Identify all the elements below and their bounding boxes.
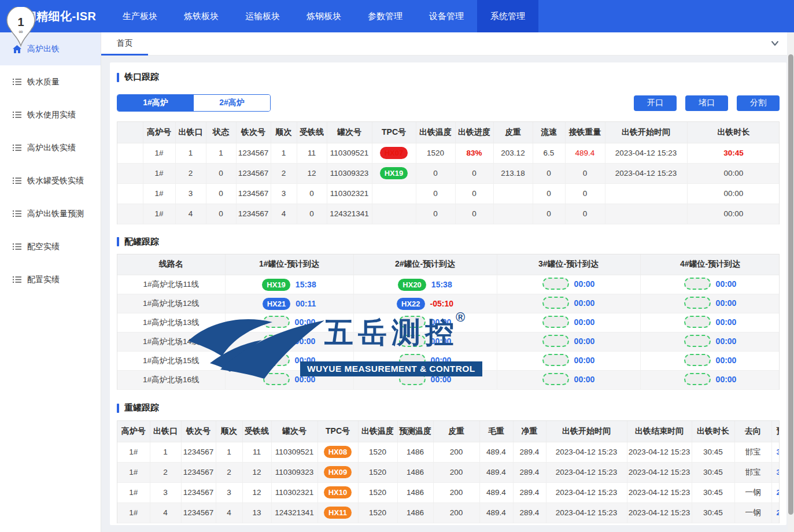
nav-item-3[interactable]: 炼钢板块 [293,0,354,32]
table-cell: 1234567 [181,442,216,462]
section-title-taphole: 铁口跟踪 [117,62,780,83]
table-cell: 489.4 [479,442,513,462]
table-row[interactable]: 1#21234567212110309323HX0915201486200489… [117,462,780,482]
table-cell: 1234567 [181,503,216,523]
tab-home[interactable]: 首页 [101,32,148,56]
nav-item-4[interactable]: 参数管理 [354,0,416,32]
ladle-slot-cell: 00:00 [640,313,780,332]
table-row[interactable]: 1#高炉北场13线00:0000:0000:0000:00 [117,313,780,332]
eta-time: 15:38 [296,280,316,289]
nav-item-6[interactable]: 系统管理 [477,0,538,32]
list-icon [13,111,21,119]
table-cell: 1 [150,442,181,462]
column-header: 罐次号 [327,122,372,143]
list-icon [13,144,21,152]
table-row[interactable]: 1#40123456740124321341000000:00 [117,204,780,224]
column-header: 毛重 [479,421,513,442]
ladle-slot-cell: 00:00 [225,332,353,352]
table-cell [117,163,143,183]
sidebar-item-7[interactable]: 配置实绩 [0,263,101,296]
column-header: 出铁结束时间 [627,421,692,442]
table-row[interactable]: 1#201234567212110309323HX1900213.1800202… [117,163,780,183]
ladle-slot-cell: 00:00 [640,332,780,352]
furnace-tab-0[interactable]: 1#高炉 [117,95,194,111]
table-cell: 2023-04-12 15:23 [605,143,687,163]
eta-time: 00:00 [574,298,595,308]
column-header: 出铁温度 [358,421,397,442]
table-cell: 0 [565,163,605,183]
table-row[interactable]: 1#30123456730110302321000000:00 [117,183,780,204]
sidebar-item-2[interactable]: 铁水使用实绩 [0,98,101,131]
table-row[interactable]: 1#高炉北场15线00:0000:0000:0000:00 [117,352,780,371]
ladle-slot-cell: 00:00 [640,352,780,371]
ladle-slot: 00:00 [542,335,595,347]
table-cell: 1234567 [236,183,271,204]
column-header: 状态 [206,122,236,143]
nav-item-2[interactable]: 运输板块 [232,0,293,32]
chevron-down-icon[interactable] [770,38,780,51]
table-cell: 邯宝 [734,462,771,482]
nav-item-0[interactable]: 生产板块 [109,0,171,32]
ladle-slot: 00:00 [542,373,595,385]
column-header: 流速 [533,122,565,143]
empty-ladle-pill [263,316,290,328]
tpc-badge: HX08 [324,446,352,458]
table-cell: 110302321 [271,482,317,503]
table-cell: 2 [175,163,206,183]
table-cell: 1 [216,442,242,462]
ladle-slot-cell: HX22-05:10 [353,294,497,313]
line-name-cell: 1#高炉北场16线 [117,371,225,390]
table-cell: 110309521 [327,143,372,163]
table-cell [117,183,143,204]
table-row[interactable]: 1#高炉北场11线HX1915:38HX2015:3800:0000:00 [117,275,780,294]
header-row: 高炉号出铁口铁次号顺次受铁线罐次号TPC号出铁温度预测温度皮重毛重净重出铁开始时… [117,421,780,442]
tpc-badge: HX07 [380,147,408,159]
table-cell: 1486 [397,503,433,523]
screen: 铁钢精细化-ISR 生产板块炼铁板块运输板块炼钢板块参数管理设备管理系统管理 高… [0,0,794,532]
content-area: 铁口跟踪 1#高炉2#高炉 开口堵口分割 高炉号出铁口状态铁次号顺次受铁线罐次号… [101,56,788,532]
sidebar-item-3[interactable]: 高炉出铁实绩 [0,131,101,164]
action-button-0[interactable]: 开口 [634,95,677,111]
table-cell: 30 [771,442,780,462]
table-cell: 489.4 [565,143,605,163]
section-title-ladle: 配罐跟踪 [117,237,780,247]
table-cell: HX10 [317,482,358,503]
ladle-slot-cell: 00:00 [225,371,353,390]
line-name-cell: 1#高炉北场13线 [117,313,225,332]
sidebar-item-1[interactable]: 铁水质量 [0,65,101,98]
ladle-slot: 00:00 [684,278,737,290]
list-icon [13,210,21,217]
action-button-1[interactable]: 堵口 [685,95,728,111]
table-row[interactable]: 1#高炉北场12线HX2100:11HX22-05:1000:0000:00 [117,294,780,313]
scrollbar-thumb[interactable] [788,54,793,515]
ladle-slot: 00:00 [399,335,452,347]
column-header: 出铁温度 [416,122,455,143]
table-row[interactable]: 1#11234567111110309521HX0815201486200489… [117,442,780,462]
action-button-2[interactable]: 分割 [737,95,780,111]
nav-item-5[interactable]: 设备管理 [416,0,477,32]
table-cell: 13 [242,503,271,523]
column-header: 预计 [771,421,780,442]
table-row[interactable]: 1#41234567413124321341HX1115201486200489… [117,503,780,523]
table-row[interactable]: 1#111234567111110309521HX07152083%203.12… [117,143,780,163]
cell-value: 25 [777,508,780,517]
sidebar-item-label: 铁水罐受铁实绩 [27,176,84,186]
sidebar-item-6[interactable]: 配空实绩 [0,230,101,263]
sidebar-item-4[interactable]: 铁水罐受铁实绩 [0,164,101,197]
line-name-cell: 1#高炉北场11线 [117,275,225,294]
table-cell: 1486 [397,482,433,503]
table-row[interactable]: 1#31234567312110302321HX1015201486200489… [117,482,780,503]
furnace-tab-1[interactable]: 2#高炉 [194,95,270,111]
nav-item-1[interactable]: 炼铁板块 [171,0,232,32]
tpc-badge: HX09 [324,466,352,478]
sidebar-item-5[interactable]: 高炉出铁量预测 [0,197,101,230]
table-cell: 0 [455,163,493,183]
table-cell: 489.4 [479,503,513,523]
header-row: 线路名1#罐位-预计到达2#罐位-预计到达3#罐位-预计到达4#罐位-预计到达 [117,254,780,275]
scrollbar-track[interactable] [788,32,794,532]
table-row[interactable]: 1#高炉北场16线00:0000:0000:0000:00 [117,371,780,390]
column-header: 高炉号 [143,122,175,143]
table-cell: 110309521 [271,442,317,462]
table-cell: 2023-04-12 15:23 [546,442,627,462]
table-row[interactable]: 1#高炉北场14线00:0000:0000:0000:00 [117,332,780,352]
